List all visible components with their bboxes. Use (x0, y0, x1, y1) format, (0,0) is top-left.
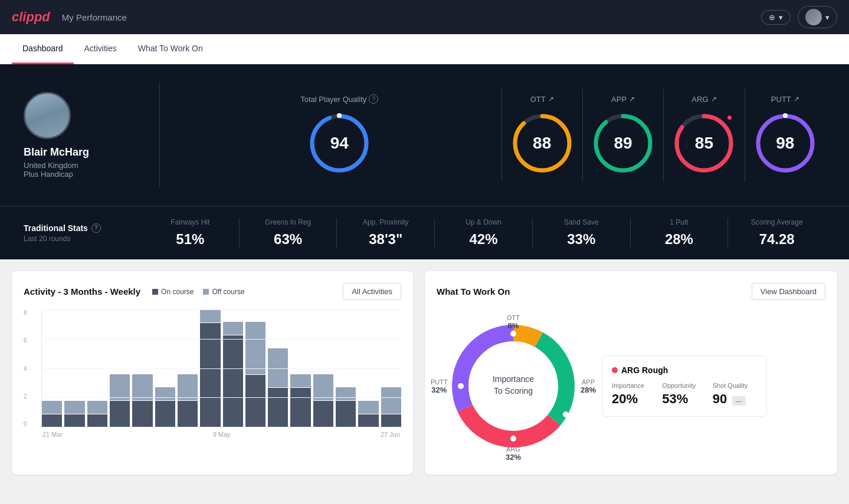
1putt-value: 28% (665, 231, 693, 248)
wtwon-content: Importance To Scoring OTT 8% APP 28% (437, 309, 825, 463)
stat-sandsave: Sand Save 33% (533, 218, 631, 248)
score-panel-ott: OTT ↗ 88 (502, 89, 583, 182)
donut-center-text2: To Scoring (494, 386, 533, 396)
ott-value: 88 (533, 134, 551, 153)
player-info: Blair McHarg United Kingdom Plus Handica… (24, 92, 142, 179)
bar-on-1 (64, 414, 84, 427)
stat-fairways: Fairways Hit 51% (142, 218, 240, 248)
fairways-label: Fairways Hit (171, 218, 209, 226)
score-panel-putt: PUTT ↗ 98 (745, 89, 825, 182)
bar-group-10 (268, 309, 288, 427)
bar-group-7 (200, 309, 220, 427)
score-panel-arg: ARG ↗ 85 (664, 89, 745, 182)
logo: clippd (12, 9, 50, 25)
putt-dot (783, 113, 788, 118)
avatar (805, 9, 822, 25)
bar-on-13 (336, 401, 356, 427)
updown-label: Up & Down (466, 218, 501, 226)
proximity-value: 38'3" (369, 231, 402, 248)
wtwon-header: What To Work On View Dashboard (437, 283, 825, 300)
fairways-value: 51% (176, 231, 204, 248)
bar-group-6 (178, 309, 198, 427)
on-course-dot (152, 289, 158, 295)
stat-scoring: Scoring Average 74.28 (728, 218, 825, 248)
user-menu-button[interactable]: ▾ (798, 6, 837, 28)
trad-label-section: Traditional Stats ? Last 20 rounds (24, 223, 130, 243)
activity-panel-header: Activity - 3 Months - Weekly On course O… (24, 283, 401, 300)
add-button[interactable]: ⊕ ▾ (761, 10, 791, 25)
bar-on-9 (245, 375, 265, 427)
tab-activities[interactable]: Activities (74, 34, 127, 64)
sandsave-label: Sand Save (564, 218, 599, 226)
bar-off-4 (132, 374, 152, 400)
user-chevron-icon: ▾ (825, 13, 830, 22)
off-course-dot (203, 289, 209, 295)
trad-sub: Last 20 rounds (24, 235, 130, 243)
1putt-label: 1 Putt (670, 218, 688, 226)
bar-group-3 (110, 309, 130, 427)
detail-card: ARG Rough Importance 20% Opportunity 53%… (602, 355, 767, 417)
trad-info-icon[interactable]: ? (91, 223, 101, 233)
bar-group-11 (290, 309, 310, 427)
donut-container: Importance To Scoring OTT 8% APP 28% (437, 309, 590, 463)
ott-segment-dot (510, 331, 516, 337)
arg-circle: 85 (671, 111, 736, 176)
wtwon-title: What To Work On (437, 286, 510, 297)
y-axis: 8 6 4 2 0 (24, 309, 27, 427)
tab-dashboard[interactable]: Dashboard (12, 34, 74, 64)
opportunity-value: 53% (662, 391, 688, 406)
bottom-panels: Activity - 3 Months - Weekly On course O… (0, 259, 849, 486)
circle-dot (337, 113, 342, 118)
score-panels: OTT ↗ 88 APP ↗ 89 (502, 89, 826, 182)
bar-group-4 (132, 309, 152, 427)
all-activities-button[interactable]: All Activities (343, 283, 401, 300)
bar-off-13 (336, 387, 356, 400)
bar-group-15 (381, 309, 401, 427)
bar-off-11 (290, 374, 310, 387)
legend-on-course: On course (152, 288, 194, 296)
avatar-image (25, 92, 69, 139)
bar-chart (41, 309, 401, 427)
greens-label: Greens In Reg (265, 218, 311, 226)
score-panel-total: Total Player Quality ? 94 (178, 88, 502, 182)
activity-header-left: Activity - 3 Months - Weekly On course O… (24, 286, 245, 297)
sandsave-value: 33% (567, 231, 595, 248)
traditional-stats: Traditional Stats ? Last 20 rounds Fairw… (0, 206, 849, 259)
bar-on-11 (290, 388, 310, 427)
trad-label: Traditional Stats ? (24, 223, 130, 233)
bar-on-4 (132, 401, 152, 427)
bar-on-6 (178, 401, 198, 427)
bar-on-5 (155, 401, 175, 427)
total-quality-label: Total Player Quality ? (300, 94, 378, 104)
ott-trend-icon: ↗ (548, 95, 554, 103)
header-title: My Performance (62, 12, 127, 22)
bar-on-3 (110, 401, 130, 427)
legend-off-course: Off course (203, 288, 244, 296)
what-to-work-panel: What To Work On View Dashboard (425, 271, 837, 475)
chevron-down-icon: ▾ (779, 13, 783, 22)
info-icon[interactable]: ? (369, 94, 378, 104)
stats-banner: Blair McHarg United Kingdom Plus Handica… (0, 64, 849, 206)
putt-trend-icon: ↗ (794, 95, 799, 103)
detail-grid: Importance 20% Opportunity 53% Shot Qual… (612, 382, 757, 407)
view-dashboard-button[interactable]: View Dashboard (752, 283, 825, 300)
player-name: Blair McHarg (24, 146, 89, 159)
bar-off-15 (381, 387, 401, 414)
bar-group-2 (87, 309, 107, 427)
total-quality-circle: 94 (307, 111, 372, 176)
bar-group-13 (336, 309, 356, 427)
trad-stats-grid: Fairways Hit 51% Greens In Reg 63% App. … (142, 218, 825, 248)
bar-group-8 (223, 309, 243, 427)
player-handicap: Plus Handicap (24, 170, 73, 179)
bar-off-12 (313, 374, 333, 400)
donut-center-text1: Importance (493, 374, 534, 384)
putt-label: PUTT 32% (431, 378, 448, 394)
bar-off-10 (268, 348, 288, 387)
bar-on-8 (223, 335, 243, 427)
score-panel-app: APP ↗ 89 (583, 89, 664, 182)
bar-on-15 (381, 414, 401, 427)
arg-label: ARG ↗ (691, 95, 716, 104)
tab-what-to-work-on[interactable]: What To Work On (127, 34, 214, 64)
bar-off-0 (42, 401, 62, 414)
activity-panel: Activity - 3 Months - Weekly On course O… (12, 271, 413, 475)
